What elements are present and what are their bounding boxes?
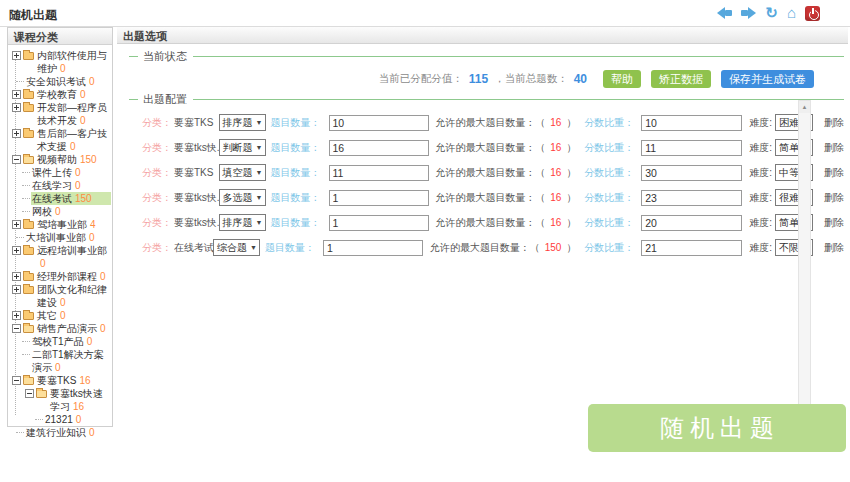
tree-branch-tick xyxy=(22,185,30,186)
status-section-legend: 当前状态 xyxy=(129,50,844,63)
tree-item-label: 大培训事业部0 xyxy=(25,231,111,244)
score-weight-input[interactable] xyxy=(641,215,742,231)
max-allowed-value: 16 xyxy=(548,117,565,128)
collapse-minus-icon[interactable] xyxy=(12,155,21,164)
quantity-input[interactable] xyxy=(329,215,429,231)
score-weight-input[interactable] xyxy=(641,115,742,131)
tree-item-count: 0 xyxy=(75,167,81,178)
collapse-minus-icon[interactable] xyxy=(25,389,34,398)
tree-item[interactable]: 远程培训事业部0 xyxy=(9,244,111,270)
max-allowed-label: 允许的最大题目数量：（ 16 ） xyxy=(436,141,577,155)
tree-item[interactable]: 在线考试150 xyxy=(9,192,111,205)
scroll-up-icon[interactable]: ▲ xyxy=(799,101,810,113)
vertical-scrollbar[interactable]: ▲ ▼ xyxy=(798,100,811,448)
tree-item[interactable]: 开发部—程序员技术开发0 xyxy=(9,101,111,127)
expand-plus-icon[interactable] xyxy=(12,311,21,320)
tree-item-label: 学校教育0 xyxy=(36,88,111,101)
back-icon[interactable] xyxy=(717,7,732,19)
difficulty-label: 难度: xyxy=(749,191,772,205)
chevron-down-icon: ▼ xyxy=(256,144,263,151)
tree-item[interactable]: 视频帮助150 xyxy=(9,153,111,166)
config-row: 分类： 要塞tks快... 多选题 ▼ 题目数量： 允许的最大题目数量：（ 16… xyxy=(129,185,844,210)
tree-item[interactable]: 在线学习0 xyxy=(9,179,111,192)
collapse-minus-icon[interactable] xyxy=(12,324,21,333)
help-button[interactable]: 帮助 xyxy=(603,70,641,88)
expand-plus-icon[interactable] xyxy=(12,272,21,281)
score-weight-input[interactable] xyxy=(641,165,742,181)
tree-item-label: 213210 xyxy=(44,413,111,426)
difficulty-value: 中等 xyxy=(779,166,799,180)
expand-plus-icon[interactable] xyxy=(12,51,21,60)
refresh-icon[interactable]: ↻ xyxy=(765,5,778,21)
tree-item-count: 0 xyxy=(60,297,66,308)
score-weight-label: 分数比重： xyxy=(584,191,634,205)
score-weight-label: 分数比重： xyxy=(584,116,634,130)
delete-link[interactable]: 删除 xyxy=(824,191,844,205)
tree-item[interactable]: 驾校T1产品0 xyxy=(9,335,111,348)
question-type-select[interactable]: 多选题 ▼ xyxy=(219,189,266,206)
folder-icon xyxy=(23,247,34,255)
delete-link[interactable]: 删除 xyxy=(824,141,844,155)
score-weight-input[interactable] xyxy=(641,240,742,256)
tree-item[interactable]: 其它0 xyxy=(9,309,111,322)
collapse-minus-icon[interactable] xyxy=(12,376,21,385)
tree-item[interactable]: 二部T1解决方案演示0 xyxy=(9,348,111,374)
quantity-input[interactable] xyxy=(329,190,429,206)
tree-item[interactable]: 学校教育0 xyxy=(9,88,111,101)
tree-item[interactable]: 安全知识考试0 xyxy=(9,75,111,88)
quantity-input[interactable] xyxy=(329,140,429,156)
tree-item-label: 课件上传0 xyxy=(31,166,111,179)
chevron-down-icon: ▼ xyxy=(256,169,263,176)
tree-item-count: 0 xyxy=(60,310,66,321)
tree-item[interactable]: 要塞tks快速学习16 xyxy=(9,387,111,413)
question-type-select[interactable]: 排序题 ▼ xyxy=(219,214,266,231)
expand-plus-icon[interactable] xyxy=(12,246,21,255)
tree-item[interactable]: 网校0 xyxy=(9,205,111,218)
tree-item[interactable]: 团队文化和纪律建设0 xyxy=(9,283,111,309)
save-generate-button[interactable]: 保存并生成试卷 xyxy=(721,70,814,88)
tree-item[interactable]: 销售产品演示0 xyxy=(9,322,111,335)
tree-item[interactable]: 驾培事业部4 xyxy=(9,218,111,231)
question-type-select[interactable]: 综合题 ▼ xyxy=(213,239,260,256)
score-weight-input[interactable] xyxy=(641,190,742,206)
category-label: 分类： xyxy=(142,191,172,205)
expand-plus-icon[interactable] xyxy=(12,103,21,112)
tree-branch-tick xyxy=(16,432,24,433)
question-type-value: 排序题 xyxy=(223,216,253,230)
delete-link[interactable]: 删除 xyxy=(824,116,844,130)
score-weight-input[interactable] xyxy=(641,140,742,156)
expand-plus-icon[interactable] xyxy=(12,285,21,294)
max-suffix: ） xyxy=(566,242,576,253)
quantity-input[interactable] xyxy=(323,240,423,256)
tree-item[interactable]: 213210 xyxy=(9,413,111,426)
tree-item[interactable]: 内部软件使用与维护0 xyxy=(9,49,111,75)
home-icon[interactable]: ⌂ xyxy=(787,5,796,21)
tree-item[interactable]: 经理外部课程0 xyxy=(9,270,111,283)
forward-icon[interactable] xyxy=(741,7,756,19)
expand-plus-icon[interactable] xyxy=(12,90,21,99)
question-type-select[interactable]: 判断题 ▼ xyxy=(219,139,266,156)
difficulty-value: 简单 xyxy=(779,216,799,230)
delete-link[interactable]: 删除 xyxy=(824,166,844,180)
fix-data-button[interactable]: 矫正数据 xyxy=(651,70,711,88)
folder-icon xyxy=(36,390,47,398)
tree-item[interactable]: 课件上传0 xyxy=(9,166,111,179)
question-type-select[interactable]: 填空题 ▼ xyxy=(219,164,266,181)
delete-link[interactable]: 删除 xyxy=(824,241,844,255)
expand-plus-icon[interactable] xyxy=(12,129,21,138)
power-icon[interactable] xyxy=(805,6,820,21)
difficulty-value: 简单 xyxy=(779,141,799,155)
total-questions-label: ，当前总题数： xyxy=(494,72,568,86)
question-type-select[interactable]: 排序题 ▼ xyxy=(219,114,266,131)
tree-item[interactable]: 要塞TKS16 xyxy=(9,374,111,387)
tree-item-count: 150 xyxy=(75,193,92,204)
tree-branch-tick xyxy=(16,237,24,238)
quantity-input[interactable] xyxy=(329,115,429,131)
tree-item[interactable]: 建筑行业知识0 xyxy=(9,426,111,439)
tree-item[interactable]: 售后部—客户技术支援0 xyxy=(9,127,111,153)
quantity-input[interactable] xyxy=(329,165,429,181)
tree-item-count: 0 xyxy=(40,258,46,269)
delete-link[interactable]: 删除 xyxy=(824,216,844,230)
expand-plus-icon[interactable] xyxy=(12,220,21,229)
tree-item[interactable]: 大培训事业部0 xyxy=(9,231,111,244)
